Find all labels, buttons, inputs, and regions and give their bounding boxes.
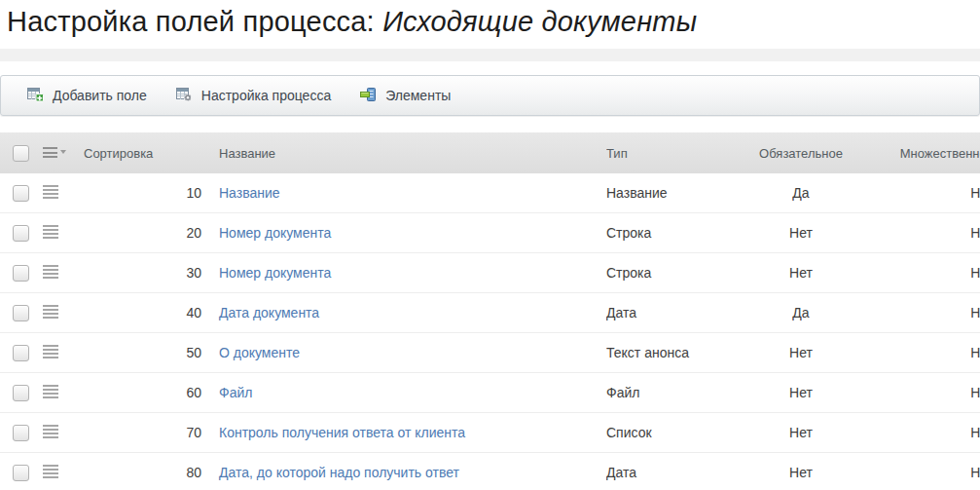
type-value: Дата: [606, 453, 743, 490]
sort-value: 20: [84, 213, 205, 253]
sort-value: 10: [84, 173, 205, 213]
field-name-link[interactable]: Дата, до которой надо получить ответ: [219, 465, 459, 480]
process-settings-button-label: Настройка процесса: [201, 88, 331, 103]
row-menu-icon[interactable]: [43, 385, 58, 398]
field-name-link[interactable]: Дата документа: [219, 305, 319, 320]
process-settings-button[interactable]: Настройка процесса: [162, 76, 345, 115]
type-value: Строка: [606, 253, 743, 293]
row-menu-icon[interactable]: [43, 465, 58, 478]
fields-grid: Сортировка Название Тип Обязательное Мно…: [0, 132, 980, 490]
table-row: 10 Название Название Да Нет: [0, 173, 980, 213]
page-title-entity: Исходящие документы: [382, 6, 697, 37]
row-checkbox[interactable]: [13, 385, 29, 401]
field-name-link[interactable]: Название: [219, 185, 280, 201]
row-menu-icon[interactable]: [43, 265, 58, 279]
type-value: Дата: [606, 293, 743, 333]
table-row: 40 Дата документа Дата Да Нет: [0, 293, 980, 333]
type-value: Текст анонса: [606, 333, 743, 373]
table-row: 20 Номер документа Строка Нет Нет: [0, 213, 980, 253]
multiple-value: Нет: [859, 453, 980, 490]
add-field-button-label: Добавить поле: [53, 88, 147, 103]
multiple-value: Нет: [859, 293, 980, 333]
field-name-link[interactable]: Файл: [219, 385, 252, 400]
field-name-link[interactable]: Номер документа: [219, 265, 331, 281]
type-value: Список: [606, 413, 743, 453]
row-checkbox[interactable]: [13, 265, 29, 282]
type-value: Файл: [606, 373, 743, 413]
row-checkbox[interactable]: [13, 465, 29, 481]
row-menu-icon[interactable]: [43, 345, 58, 358]
process-settings-icon: [176, 87, 193, 105]
row-menu-icon[interactable]: [43, 305, 58, 319]
row-checkbox[interactable]: [13, 305, 29, 321]
page-title-prefix: Настройка полей процесса:: [7, 6, 382, 37]
row-checkbox[interactable]: [13, 425, 29, 441]
required-value: Нет: [743, 333, 859, 373]
elements-button[interactable]: Элементы: [345, 76, 465, 115]
column-header-multiple[interactable]: Множественное: [859, 132, 980, 173]
table-row: 60 Файл Файл Нет Нет: [0, 373, 980, 413]
row-checkbox[interactable]: [13, 225, 29, 242]
table-row: 80 Дата, до которой надо получить ответ …: [0, 453, 980, 490]
chevron-down-icon: [60, 150, 66, 154]
required-value: Нет: [743, 413, 859, 453]
hamburger-icon: [43, 147, 57, 158]
row-checkbox[interactable]: [13, 345, 29, 361]
page: Настройка полей процесса: Исходящие доку…: [0, 0, 980, 490]
multiple-value: Нет: [859, 413, 980, 453]
add-field-button[interactable]: Добавить поле: [13, 76, 162, 115]
required-value: Нет: [743, 453, 859, 490]
multiple-value: Нет: [859, 333, 980, 373]
elements-icon: [360, 87, 377, 105]
field-name-link[interactable]: Контроль получения ответа от клиента: [219, 425, 465, 440]
page-title: Настройка полей процесса: Исходящие доку…: [0, 0, 980, 49]
grid-settings-menu[interactable]: [43, 147, 66, 158]
row-menu-icon[interactable]: [43, 425, 58, 438]
multiple-value: Нет: [859, 213, 980, 253]
select-all-checkbox[interactable]: [13, 145, 29, 162]
column-header-name[interactable]: Название: [205, 132, 606, 173]
required-value: Нет: [743, 213, 859, 253]
sort-value: 40: [84, 293, 205, 333]
field-name-link[interactable]: О документе: [219, 345, 300, 360]
row-menu-icon[interactable]: [43, 185, 58, 199]
column-header-required[interactable]: Обязательное: [743, 132, 859, 173]
type-value: Строка: [606, 213, 743, 253]
multiple-value: Нет: [859, 173, 980, 213]
toolbar: Добавить поле Настройка процесса: [0, 75, 980, 116]
required-value: Да: [743, 173, 859, 213]
column-header-type[interactable]: Тип: [606, 132, 743, 173]
table-row: 30 Номер документа Строка Нет Нет: [0, 253, 980, 293]
sort-value: 70: [84, 413, 205, 453]
table-row: 70 Контроль получения ответа от клиента …: [0, 413, 980, 453]
grid-header-row: Сортировка Название Тип Обязательное Мно…: [0, 132, 980, 173]
column-header-sort[interactable]: Сортировка: [84, 132, 205, 173]
elements-button-label: Элементы: [385, 88, 451, 103]
multiple-value: Нет: [859, 373, 980, 413]
sort-value: 50: [84, 333, 205, 373]
required-value: Нет: [743, 373, 859, 413]
table-row: 50 О документе Текст анонса Нет Нет: [0, 333, 980, 373]
type-value: Название: [606, 173, 743, 213]
required-value: Да: [743, 293, 859, 333]
sort-value: 80: [84, 453, 205, 490]
grid-body: 10 Название Название Да Нет 20 Номер док…: [0, 173, 980, 490]
row-menu-icon[interactable]: [43, 225, 58, 239]
multiple-value: Нет: [859, 253, 980, 293]
field-name-link[interactable]: Номер документа: [219, 225, 331, 241]
add-field-icon: [27, 87, 44, 105]
required-value: Нет: [743, 253, 859, 293]
sort-value: 30: [84, 253, 205, 293]
row-checkbox[interactable]: [13, 185, 29, 202]
sort-value: 60: [84, 373, 205, 413]
title-divider-strip: [0, 49, 980, 61]
